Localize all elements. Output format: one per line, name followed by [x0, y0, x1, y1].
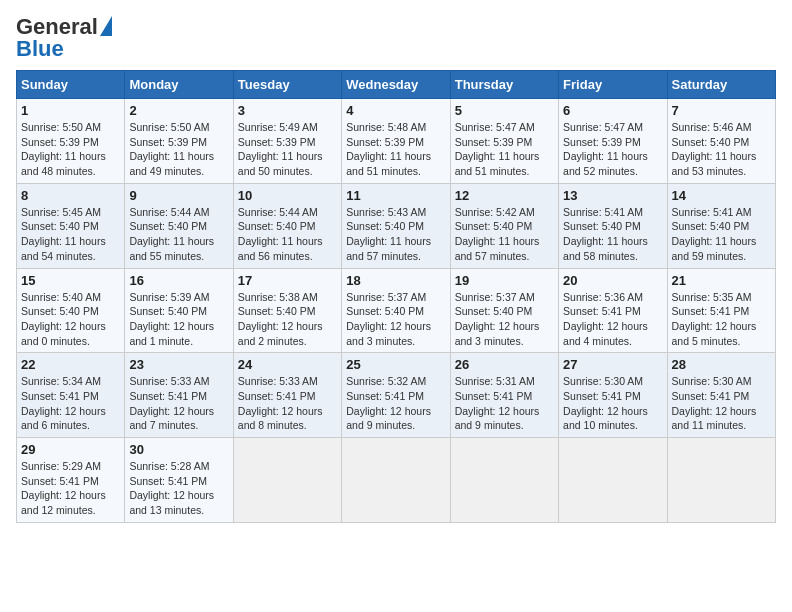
day-info: Sunrise: 5:47 AM Sunset: 5:39 PM Dayligh…	[455, 120, 554, 179]
calendar-cell: 6 Sunrise: 5:47 AM Sunset: 5:39 PM Dayli…	[559, 99, 667, 184]
logo-text: General	[16, 16, 98, 38]
day-number: 13	[563, 188, 662, 203]
day-info: Sunrise: 5:37 AM Sunset: 5:40 PM Dayligh…	[346, 290, 445, 349]
calendar-cell	[667, 438, 775, 523]
day-number: 29	[21, 442, 120, 457]
weekday-header: Friday	[559, 71, 667, 99]
day-info: Sunrise: 5:33 AM Sunset: 5:41 PM Dayligh…	[238, 374, 337, 433]
day-info: Sunrise: 5:31 AM Sunset: 5:41 PM Dayligh…	[455, 374, 554, 433]
day-info: Sunrise: 5:48 AM Sunset: 5:39 PM Dayligh…	[346, 120, 445, 179]
calendar-cell	[559, 438, 667, 523]
day-number: 23	[129, 357, 228, 372]
calendar-cell: 3 Sunrise: 5:49 AM Sunset: 5:39 PM Dayli…	[233, 99, 341, 184]
day-info: Sunrise: 5:44 AM Sunset: 5:40 PM Dayligh…	[129, 205, 228, 264]
day-number: 30	[129, 442, 228, 457]
day-number: 8	[21, 188, 120, 203]
calendar-cell: 23 Sunrise: 5:33 AM Sunset: 5:41 PM Dayl…	[125, 353, 233, 438]
day-number: 3	[238, 103, 337, 118]
calendar-cell: 21 Sunrise: 5:35 AM Sunset: 5:41 PM Dayl…	[667, 268, 775, 353]
day-number: 7	[672, 103, 771, 118]
calendar-cell: 1 Sunrise: 5:50 AM Sunset: 5:39 PM Dayli…	[17, 99, 125, 184]
day-number: 20	[563, 273, 662, 288]
calendar-cell	[233, 438, 341, 523]
calendar-cell: 25 Sunrise: 5:32 AM Sunset: 5:41 PM Dayl…	[342, 353, 450, 438]
calendar-week-row: 15 Sunrise: 5:40 AM Sunset: 5:40 PM Dayl…	[17, 268, 776, 353]
day-number: 9	[129, 188, 228, 203]
day-info: Sunrise: 5:30 AM Sunset: 5:41 PM Dayligh…	[563, 374, 662, 433]
day-info: Sunrise: 5:34 AM Sunset: 5:41 PM Dayligh…	[21, 374, 120, 433]
calendar-cell: 9 Sunrise: 5:44 AM Sunset: 5:40 PM Dayli…	[125, 183, 233, 268]
weekday-header: Monday	[125, 71, 233, 99]
day-number: 17	[238, 273, 337, 288]
day-number: 11	[346, 188, 445, 203]
day-number: 19	[455, 273, 554, 288]
day-number: 6	[563, 103, 662, 118]
day-info: Sunrise: 5:45 AM Sunset: 5:40 PM Dayligh…	[21, 205, 120, 264]
calendar-cell: 7 Sunrise: 5:46 AM Sunset: 5:40 PM Dayli…	[667, 99, 775, 184]
day-number: 1	[21, 103, 120, 118]
day-info: Sunrise: 5:50 AM Sunset: 5:39 PM Dayligh…	[129, 120, 228, 179]
day-info: Sunrise: 5:29 AM Sunset: 5:41 PM Dayligh…	[21, 459, 120, 518]
day-info: Sunrise: 5:50 AM Sunset: 5:39 PM Dayligh…	[21, 120, 120, 179]
weekday-header: Tuesday	[233, 71, 341, 99]
calendar-week-row: 22 Sunrise: 5:34 AM Sunset: 5:41 PM Dayl…	[17, 353, 776, 438]
day-info: Sunrise: 5:28 AM Sunset: 5:41 PM Dayligh…	[129, 459, 228, 518]
calendar-cell: 20 Sunrise: 5:36 AM Sunset: 5:41 PM Dayl…	[559, 268, 667, 353]
day-info: Sunrise: 5:38 AM Sunset: 5:40 PM Dayligh…	[238, 290, 337, 349]
logo: General Blue	[16, 16, 112, 60]
day-number: 16	[129, 273, 228, 288]
day-info: Sunrise: 5:33 AM Sunset: 5:41 PM Dayligh…	[129, 374, 228, 433]
day-number: 4	[346, 103, 445, 118]
calendar-cell: 28 Sunrise: 5:30 AM Sunset: 5:41 PM Dayl…	[667, 353, 775, 438]
weekday-header: Wednesday	[342, 71, 450, 99]
calendar-cell: 15 Sunrise: 5:40 AM Sunset: 5:40 PM Dayl…	[17, 268, 125, 353]
calendar-cell: 24 Sunrise: 5:33 AM Sunset: 5:41 PM Dayl…	[233, 353, 341, 438]
day-number: 5	[455, 103, 554, 118]
day-number: 2	[129, 103, 228, 118]
calendar-cell: 27 Sunrise: 5:30 AM Sunset: 5:41 PM Dayl…	[559, 353, 667, 438]
calendar-cell: 30 Sunrise: 5:28 AM Sunset: 5:41 PM Dayl…	[125, 438, 233, 523]
day-number: 10	[238, 188, 337, 203]
calendar-cell: 29 Sunrise: 5:29 AM Sunset: 5:41 PM Dayl…	[17, 438, 125, 523]
calendar-cell: 19 Sunrise: 5:37 AM Sunset: 5:40 PM Dayl…	[450, 268, 558, 353]
page-header: General Blue	[16, 16, 776, 60]
weekday-header: Saturday	[667, 71, 775, 99]
calendar-cell: 14 Sunrise: 5:41 AM Sunset: 5:40 PM Dayl…	[667, 183, 775, 268]
calendar-cell: 11 Sunrise: 5:43 AM Sunset: 5:40 PM Dayl…	[342, 183, 450, 268]
calendar-week-row: 1 Sunrise: 5:50 AM Sunset: 5:39 PM Dayli…	[17, 99, 776, 184]
logo-blue-text: Blue	[16, 38, 64, 60]
calendar-week-row: 8 Sunrise: 5:45 AM Sunset: 5:40 PM Dayli…	[17, 183, 776, 268]
calendar-header: SundayMondayTuesdayWednesdayThursdayFrid…	[17, 71, 776, 99]
day-info: Sunrise: 5:32 AM Sunset: 5:41 PM Dayligh…	[346, 374, 445, 433]
calendar-cell: 2 Sunrise: 5:50 AM Sunset: 5:39 PM Dayli…	[125, 99, 233, 184]
day-number: 28	[672, 357, 771, 372]
calendar-cell: 8 Sunrise: 5:45 AM Sunset: 5:40 PM Dayli…	[17, 183, 125, 268]
day-info: Sunrise: 5:43 AM Sunset: 5:40 PM Dayligh…	[346, 205, 445, 264]
weekday-header: Sunday	[17, 71, 125, 99]
calendar-cell: 10 Sunrise: 5:44 AM Sunset: 5:40 PM Dayl…	[233, 183, 341, 268]
day-info: Sunrise: 5:42 AM Sunset: 5:40 PM Dayligh…	[455, 205, 554, 264]
weekday-header: Thursday	[450, 71, 558, 99]
day-number: 27	[563, 357, 662, 372]
day-info: Sunrise: 5:41 AM Sunset: 5:40 PM Dayligh…	[563, 205, 662, 264]
logo-triangle-icon	[100, 16, 112, 36]
day-number: 25	[346, 357, 445, 372]
calendar-cell: 22 Sunrise: 5:34 AM Sunset: 5:41 PM Dayl…	[17, 353, 125, 438]
calendar-week-row: 29 Sunrise: 5:29 AM Sunset: 5:41 PM Dayl…	[17, 438, 776, 523]
day-info: Sunrise: 5:35 AM Sunset: 5:41 PM Dayligh…	[672, 290, 771, 349]
calendar-cell: 17 Sunrise: 5:38 AM Sunset: 5:40 PM Dayl…	[233, 268, 341, 353]
day-number: 21	[672, 273, 771, 288]
calendar-cell: 13 Sunrise: 5:41 AM Sunset: 5:40 PM Dayl…	[559, 183, 667, 268]
calendar-cell: 18 Sunrise: 5:37 AM Sunset: 5:40 PM Dayl…	[342, 268, 450, 353]
day-info: Sunrise: 5:36 AM Sunset: 5:41 PM Dayligh…	[563, 290, 662, 349]
calendar-cell	[342, 438, 450, 523]
day-info: Sunrise: 5:49 AM Sunset: 5:39 PM Dayligh…	[238, 120, 337, 179]
day-number: 15	[21, 273, 120, 288]
day-info: Sunrise: 5:40 AM Sunset: 5:40 PM Dayligh…	[21, 290, 120, 349]
day-number: 26	[455, 357, 554, 372]
calendar-table: SundayMondayTuesdayWednesdayThursdayFrid…	[16, 70, 776, 523]
day-number: 22	[21, 357, 120, 372]
day-number: 14	[672, 188, 771, 203]
day-info: Sunrise: 5:47 AM Sunset: 5:39 PM Dayligh…	[563, 120, 662, 179]
day-number: 24	[238, 357, 337, 372]
